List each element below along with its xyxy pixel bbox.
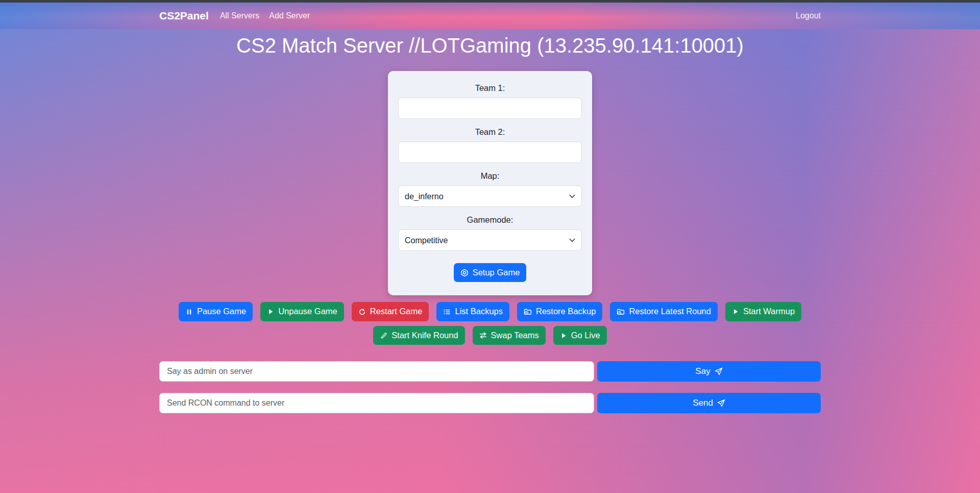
say-button[interactable]: Say [597, 361, 821, 382]
match-setup-card: Team 1: Team 2: Map: de_inferno Gamemode… [388, 71, 592, 295]
send-icon [715, 367, 723, 375]
navbar: CS2Panel All Servers Add Server Logout [0, 3, 980, 29]
list-backups-button[interactable]: List Backups [436, 302, 509, 321]
team2-label: Team 2: [398, 127, 582, 137]
restore-backup-button[interactable]: Restore Backup [517, 302, 602, 321]
actions-row-1: Pause Game Unpause Game Restart Game Lis… [0, 302, 980, 321]
swap-teams-button[interactable]: Swap Teams [473, 326, 546, 345]
nav-link-add-server[interactable]: Add Server [269, 11, 310, 20]
team2-input[interactable] [398, 142, 582, 163]
rcon-row: Send [159, 393, 821, 413]
folder-history-icon [524, 308, 532, 316]
team1-input[interactable] [398, 98, 582, 119]
unpause-game-button[interactable]: Unpause Game [260, 302, 344, 321]
restore-latest-round-button[interactable]: Restore Latest Round [610, 302, 718, 321]
page-title: CS2 Match Server //LOTGaming (13.235.90.… [0, 34, 980, 57]
start-warmup-button[interactable]: Start Warmup [725, 302, 801, 321]
swap-icon [479, 332, 487, 339]
start-knife-round-button[interactable]: Start Knife Round [373, 326, 464, 345]
pause-icon [185, 308, 193, 316]
map-select[interactable]: de_inferno [398, 185, 582, 207]
play-icon [267, 308, 274, 315]
team1-label: Team 1: [398, 83, 582, 93]
knife-icon [380, 332, 387, 339]
gear-icon [460, 269, 469, 277]
gamemode-label: Gamemode: [398, 215, 582, 225]
restart-game-button[interactable]: Restart Game [352, 302, 429, 321]
map-label: Map: [398, 171, 582, 181]
play-icon [560, 332, 567, 339]
setup-game-label: Setup Game [473, 267, 520, 278]
rcon-input[interactable] [159, 393, 594, 413]
restart-icon [358, 308, 366, 316]
logout-link[interactable]: Logout [796, 11, 821, 20]
send-button[interactable]: Send [597, 393, 821, 413]
brand-logo[interactable]: CS2Panel [159, 10, 209, 22]
say-input[interactable] [159, 361, 594, 382]
list-icon [443, 308, 451, 316]
setup-game-button[interactable]: Setup Game [454, 263, 527, 282]
send-icon [717, 399, 725, 407]
play-icon [732, 308, 739, 315]
say-row: Say [159, 361, 821, 382]
actions-row-2: Start Knife Round Swap Teams Go Live [0, 326, 980, 345]
pause-game-button[interactable]: Pause Game [179, 302, 253, 321]
go-live-button[interactable]: Go Live [553, 326, 607, 345]
window-top-strip [0, 0, 980, 3]
folder-history-icon [617, 308, 625, 316]
nav-link-all-servers[interactable]: All Servers [220, 11, 259, 20]
gamemode-select[interactable]: Competitive [398, 229, 582, 251]
